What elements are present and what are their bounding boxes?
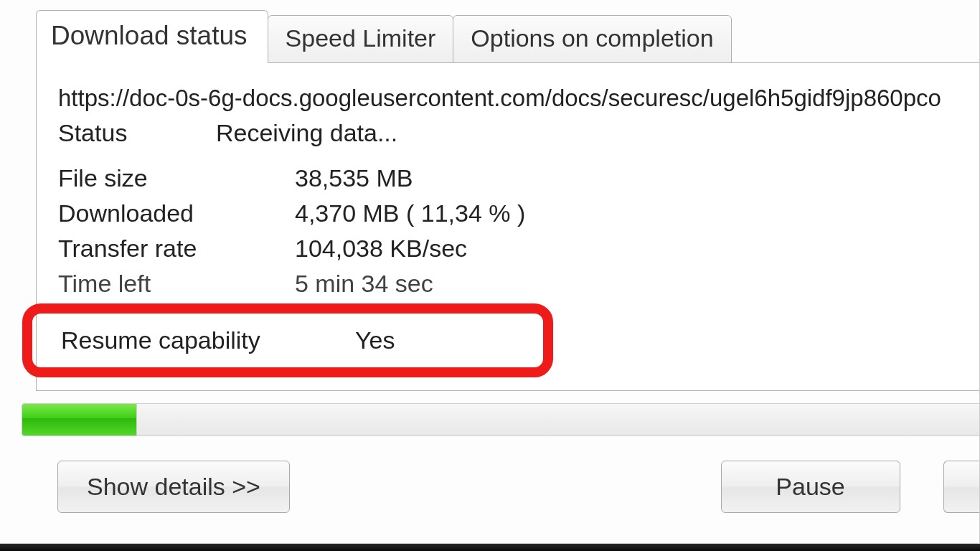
download-url: https://doc-0s-6g-docs.googleusercontent… [58,85,958,112]
transfer-rate-label: Transfer rate [58,235,295,263]
resume-value: Yes [355,326,395,354]
progress-fill [22,404,137,435]
right-buttons: Pause [721,461,979,513]
status-value: Receiving data... [216,119,397,147]
taskbar-strip [0,544,980,551]
filesize-label: File size [58,164,295,192]
tab-row: Download status Speed Limiter Options on… [36,13,731,63]
time-left-row: Time left 5 min 34 sec [58,270,958,298]
resume-label: Resume capability [61,326,355,354]
time-left-label: Time left [58,270,295,298]
tab-download-status[interactable]: Download status [36,10,268,63]
transfer-rate-value: 104,038 KB/sec [295,235,467,263]
filesize-row: File size 38,535 MB [58,164,958,192]
panel-inner: https://doc-0s-6g-docs.googleusercontent… [37,63,979,305]
download-dialog: Download status Speed Limiter Options on… [0,0,980,544]
filesize-value: 38,535 MB [295,164,413,192]
tab-options-on-completion[interactable]: Options on completion [453,15,731,63]
show-details-button[interactable]: Show details >> [57,461,290,513]
progress-bar [22,403,979,436]
downloaded-value: 4,370 MB ( 11,34 % ) [295,199,525,227]
status-label: Status [58,119,216,147]
resume-capability-highlight: Resume capability Yes [22,303,553,377]
tab-speed-limiter[interactable]: Speed Limiter [268,15,454,63]
resume-row: Resume capability Yes [61,326,526,354]
partial-button[interactable] [943,461,979,513]
download-status-panel: https://doc-0s-6g-docs.googleusercontent… [36,62,979,391]
transfer-rate-row: Transfer rate 104,038 KB/sec [58,235,958,263]
downloaded-label: Downloaded [58,199,295,227]
time-left-value: 5 min 34 sec [295,270,433,298]
pause-button[interactable]: Pause [721,461,900,513]
button-row: Show details >> Pause [57,461,979,513]
downloaded-row: Downloaded 4,370 MB ( 11,34 % ) [58,199,958,227]
status-row: Status Receiving data... [58,119,958,147]
